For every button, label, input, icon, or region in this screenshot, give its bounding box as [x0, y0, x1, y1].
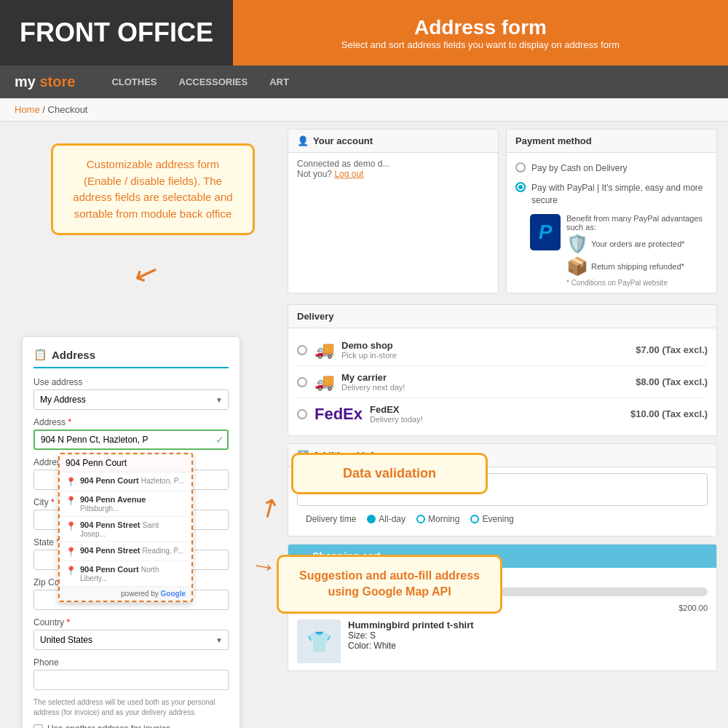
callout-customize: Customizable address form (Enable / disa…: [51, 143, 255, 235]
breadcrumb-home[interactable]: Home: [15, 104, 40, 115]
callout-google-text: Suggestion and auto-fill address using G…: [299, 569, 480, 598]
delivery-info-2: My carrier Delivery next day!: [341, 372, 628, 392]
time-allday: All-day: [367, 514, 405, 524]
nav-accessories[interactable]: ACCESSORIES: [179, 76, 248, 87]
callout-google: Suggestion and auto-fill address using G…: [277, 555, 502, 614]
invoice-checkbox-row: Use another address for invoice: [33, 724, 229, 728]
time-evening: Evening: [470, 514, 513, 524]
callout-validation: Data validation: [291, 453, 488, 494]
cart-item-1: 👕 Hummingbird printed t-shirt Size: S Co…: [297, 620, 708, 663]
use-address-select[interactable]: My Address: [33, 389, 229, 410]
payment-paypal: Pay with PayPal | It's simple, easy and …: [515, 178, 708, 210]
checkmark-icon: ✓: [215, 434, 224, 446]
paypal-benefit-1: Benefit from many PayPal advantages such…: [566, 214, 708, 232]
fedex-logo: FedEx: [314, 405, 363, 424]
delivery-radio-2[interactable]: [297, 377, 307, 387]
store-logo: my store: [15, 74, 75, 90]
cart-item-info: Hummingbird printed t-shirt Size: S Colo…: [348, 620, 474, 651]
invoice-checkbox[interactable]: [33, 724, 43, 729]
cart-item-color: Color: White: [348, 641, 474, 651]
your-account-card: 👤 Your account Connected as demo d... No…: [288, 129, 499, 293]
address-card-title: 📋 Address: [33, 348, 229, 368]
autocomplete-item-2[interactable]: 📍 904 Penn Avenue Pittsburgh...: [60, 491, 191, 517]
payment-card: Payment method Pay by Cash on Delivery P…: [506, 129, 717, 293]
delivery-radio-1[interactable]: [297, 345, 307, 355]
autocomplete-dropdown: 904 Penn Court 📍 904 Penn Court Hazleton…: [58, 453, 193, 602]
delivery-info-1: Demo shop Pick up in-store: [341, 340, 628, 360]
paypal-benefit-2: 🛡️ Your orders are protected*: [566, 234, 708, 254]
your-account-title: Your account: [313, 135, 373, 146]
box-icon: 📦: [566, 256, 588, 277]
payment-paypal-radio[interactable]: [515, 182, 526, 192]
delivery-info-3: FedEX Delivery today!: [370, 404, 623, 424]
autocomplete-input-text[interactable]: 904 Penn Court: [60, 454, 191, 472]
delivery-option-1: 🚚 Demo shop Pick up in-store $7.00 (Tax …: [297, 334, 708, 366]
left-panel: Customizable address form (Enable / disa…: [0, 122, 277, 728]
payment-cash: Pay by Cash on Delivery: [515, 159, 708, 178]
page-title: Address form: [414, 16, 547, 39]
header-right: Address form Select and sort address fie…: [233, 0, 728, 66]
paypal-benefits: Benefit from many PayPal advantages such…: [566, 214, 708, 287]
invoice-label: Use another address for invoice: [47, 724, 170, 728]
shipping-max: $200.00: [678, 604, 708, 612]
delivery-option-3: FedEx FedEX Delivery today! $10.00 (Tax …: [297, 398, 708, 430]
address-input[interactable]: [33, 430, 229, 450]
checkout-grid: 👤 Your account Connected as demo d... No…: [288, 129, 717, 301]
country-label: Country *: [33, 617, 229, 628]
autocomplete-item-3[interactable]: 📍 904 Penn Street Saint Josep...: [60, 517, 191, 542]
logout-link[interactable]: Log out: [334, 169, 363, 179]
map-pin-icon-2: 📍: [66, 496, 76, 506]
breadcrumb-current: Checkout: [48, 104, 88, 115]
your-account-header: 👤 Your account: [288, 130, 498, 153]
page-subtitle: Select and sort address fields you want …: [341, 39, 620, 50]
country-row: Country * United States: [33, 617, 229, 650]
not-you-row: Not you? Log out: [297, 169, 489, 179]
phone-label: Phone: [33, 657, 229, 668]
address-label: Address *: [33, 417, 229, 427]
address-row: Address * ✓: [33, 417, 229, 450]
cart-item-img: 👕: [297, 620, 341, 663]
nav-art[interactable]: ART: [269, 76, 289, 87]
autocomplete-item-4[interactable]: 📍 904 Penn Street Reading, P...: [60, 542, 191, 561]
header-left: FRONT OFFICE: [0, 0, 233, 66]
nav-clothes[interactable]: CLOTHES: [111, 76, 157, 87]
person-icon: 👤: [297, 135, 309, 146]
shield-icon: 🛡️: [566, 234, 588, 254]
main-content: Customizable address form (Enable / disa…: [0, 122, 728, 728]
delivery-time-row: Delivery time All-day Morning Evening: [297, 508, 708, 530]
delivery-body: 🚚 Demo shop Pick up in-store $7.00 (Tax …: [288, 328, 716, 435]
front-office-label: FRONT OFFICE: [20, 17, 213, 48]
delivery-header: Delivery: [288, 305, 716, 328]
delivery-card: Delivery 🚚 Demo shop Pick up in-store $7…: [288, 304, 717, 436]
payment-body: Pay by Cash on Delivery Pay with PayPal …: [507, 153, 716, 293]
evening-radio[interactable]: [470, 515, 479, 523]
your-account-body: Connected as demo d... Not you? Log out: [288, 153, 498, 185]
map-pin-icon-3: 📍: [66, 521, 76, 531]
delivery-radio-3[interactable]: [297, 409, 307, 419]
cart-item-size: Size: S: [348, 630, 474, 641]
country-select[interactable]: United States: [33, 630, 229, 650]
phone-input[interactable]: [33, 670, 229, 690]
payment-cash-radio[interactable]: [515, 162, 526, 173]
paypal-link[interactable]: * Conditions on PayPal website: [566, 279, 708, 287]
map-pin-icon-5: 📍: [66, 566, 76, 576]
callout-validation-text: Data validation: [343, 466, 436, 480]
use-address-label: Use address: [33, 377, 229, 387]
truck-icon-2: 🚚: [314, 373, 334, 392]
map-pin-icon-1: 📍: [66, 477, 76, 487]
delivery-price-1: $7.00 (Tax excl.): [636, 344, 708, 355]
autocomplete-footer: powered by Google: [60, 587, 191, 601]
allday-radio[interactable]: [367, 515, 376, 523]
autocomplete-item-1[interactable]: 📍 904 Penn Court Hazleton, P...: [60, 472, 191, 491]
delivery-time-label: Delivery time: [306, 514, 356, 524]
autocomplete-item-5[interactable]: 📍 904 Penn Court North Liberty...: [60, 561, 191, 587]
map-pin-icon-4: 📍: [66, 547, 76, 557]
delivery-price-2: $8.00 (Tax excl.): [636, 376, 708, 387]
phone-row: Phone: [33, 657, 229, 690]
paypal-benefit-3: 📦 Return shipping refunded*: [566, 256, 708, 277]
use-address-row: Use address My Address: [33, 377, 229, 410]
google-brand: Google: [161, 590, 186, 598]
right-panel: 👤 Your account Connected as demo d... No…: [277, 122, 728, 728]
morning-radio[interactable]: [416, 515, 425, 523]
arrow-down-left-icon: ↙: [130, 253, 165, 293]
